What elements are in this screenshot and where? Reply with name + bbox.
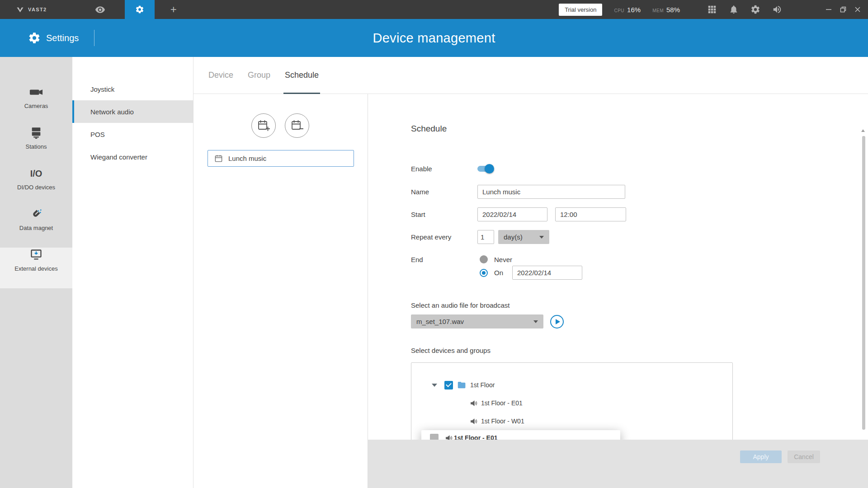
app-name: VAST2	[28, 7, 47, 12]
settings-label: Settings	[46, 33, 79, 43]
settings-sidebar: Cameras Stations I/O DI/DO devices Data …	[0, 57, 72, 488]
trial-version-badge[interactable]: Trial version	[559, 4, 602, 16]
restore-window-icon[interactable]	[840, 6, 846, 13]
end-on-radio[interactable]	[480, 269, 488, 277]
form-footer: Apply Cancel	[368, 440, 868, 488]
name-row: Name	[411, 185, 625, 199]
start-label: Start	[411, 211, 477, 218]
start-row: Start	[411, 207, 626, 221]
audio-file-select[interactable]: m_set_107.wav	[411, 314, 543, 328]
tree-device-row[interactable]: 1st Floor - E01	[470, 396, 523, 410]
titlebar-right: Trial version CPU 16% MEM 58%	[559, 4, 868, 16]
end-never-row: End Never	[411, 254, 512, 264]
header-divider	[94, 30, 94, 46]
camera-icon	[29, 85, 43, 99]
scrollbar-up-arrow[interactable]	[861, 129, 865, 132]
settings-header-gear-icon	[28, 32, 41, 44]
remove-schedule-button[interactable]	[285, 113, 309, 138]
apply-button[interactable]: Apply	[740, 450, 782, 463]
tree-group-row[interactable]: 1st Floor	[432, 378, 495, 392]
subnav-item-joystick[interactable]: Joystick	[72, 78, 193, 100]
end-never-radio[interactable]	[480, 255, 488, 263]
calendar-remove-icon	[291, 120, 303, 132]
cpu-value: 16%	[627, 6, 641, 14]
enable-toggle[interactable]	[477, 166, 493, 172]
settings-gear-icon[interactable]	[750, 5, 760, 14]
end-label: End	[411, 256, 477, 263]
eye-icon	[95, 5, 105, 15]
group-label: 1st Floor	[470, 381, 495, 389]
volume-speaker-icon[interactable]	[772, 5, 782, 14]
audio-file-value: m_set_107.wav	[416, 318, 464, 325]
magnet-icon	[29, 207, 43, 221]
sidebar-item-data-magnet[interactable]: Data magnet	[0, 207, 72, 248]
close-icon[interactable]	[854, 6, 861, 13]
enable-label: Enable	[411, 165, 477, 173]
audio-file-row: m_set_107.wav	[411, 314, 564, 328]
tab-group[interactable]: Group	[246, 57, 272, 94]
settings-tab[interactable]	[125, 0, 155, 19]
audio-file-label: Select an audio file for broadcast	[411, 301, 509, 309]
cpu-label: CPU	[614, 8, 624, 13]
apps-grid-icon[interactable]	[707, 5, 717, 14]
app-logo: VAST2	[16, 6, 47, 14]
subnav-item-wiegand-converter[interactable]: Wiegand converter	[72, 145, 193, 168]
mem-value: 58%	[666, 6, 680, 14]
schedule-list-item-selected[interactable]: Lunch music	[208, 150, 354, 167]
repeat-label: Repeat every	[411, 233, 477, 241]
schedule-item-label: Lunch music	[228, 155, 266, 162]
form-heading: Schedule	[411, 124, 447, 134]
schedule-list-panel: Lunch music	[193, 94, 368, 488]
mem-label: MEM	[652, 8, 664, 13]
sidebar-item-stations[interactable]: Stations	[0, 126, 72, 166]
cancel-button[interactable]: Cancel	[788, 450, 820, 463]
play-icon	[556, 319, 560, 324]
chevron-down-icon	[539, 236, 544, 239]
gear-icon	[135, 5, 144, 14]
sidebar-item-external-devices[interactable]: External devices	[0, 248, 72, 288]
devices-groups-label: Select devices and groups	[411, 347, 491, 354]
tab-schedule[interactable]: Schedule	[283, 57, 320, 94]
schedule-content: Lunch music Schedule Enable Name	[193, 94, 868, 488]
subnav-item-network-audio[interactable]: Network audio	[72, 100, 193, 123]
cpu-stat: CPU 16%	[614, 6, 641, 14]
sidebar-item-cameras[interactable]: Cameras	[0, 85, 72, 126]
add-tab-button[interactable]: +	[164, 3, 184, 16]
toggle-knob	[485, 164, 494, 174]
name-label: Name	[411, 188, 477, 196]
window-controls	[817, 6, 861, 13]
group-checkbox[interactable]	[444, 381, 453, 389]
subnav-item-pos[interactable]: POS	[72, 123, 193, 145]
end-on-label: On	[494, 269, 503, 277]
minimize-icon[interactable]	[826, 6, 832, 13]
settings-section: Settings	[28, 19, 94, 57]
main-panel: Device Group Schedule	[193, 57, 868, 488]
start-time-input[interactable]	[555, 207, 626, 221]
folder-icon	[458, 381, 466, 389]
notifications-bell-icon[interactable]	[729, 5, 739, 14]
repeat-count-input[interactable]	[477, 230, 494, 244]
enable-row: Enable	[411, 162, 493, 176]
tab-device[interactable]: Device	[207, 57, 235, 94]
titlebar-icons	[707, 5, 794, 14]
liveview-tab[interactable]	[86, 0, 115, 19]
sidebar-item-dido-devices[interactable]: I/O DI/DO devices	[0, 166, 72, 207]
tree-device-row[interactable]: 1st Floor - W01	[470, 414, 524, 428]
schedule-form-panel: Schedule Enable Name Start	[368, 94, 868, 488]
repeat-unit-select[interactable]: day(s)	[498, 230, 549, 244]
page-header: Device management Settings	[0, 19, 868, 57]
add-schedule-button[interactable]	[251, 113, 276, 138]
name-input[interactable]	[477, 185, 625, 199]
page-title: Device management	[0, 19, 868, 57]
external-devices-icon	[29, 248, 43, 262]
scrollbar[interactable]	[862, 136, 865, 430]
chevron-down-icon	[533, 320, 538, 323]
collapse-arrow-icon[interactable]	[432, 384, 437, 387]
start-date-input[interactable]	[477, 207, 547, 221]
end-date-input[interactable]	[512, 266, 582, 280]
play-audio-button[interactable]	[550, 315, 564, 328]
io-icon: I/O	[30, 166, 42, 181]
vast-logo-icon	[16, 6, 24, 14]
external-devices-subnav: Joystick Network audio POS Wiegand conve…	[72, 57, 193, 488]
device-label: 1st Floor - W01	[481, 418, 524, 425]
